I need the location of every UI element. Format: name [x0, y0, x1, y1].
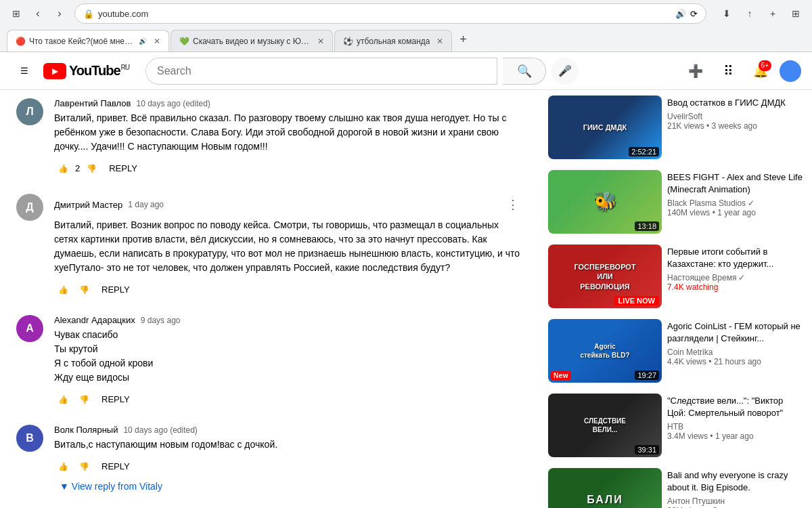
comment-actions: 👍 👎 REPLY: [54, 457, 524, 475]
verified-icon: ✓: [748, 198, 754, 208]
tab-football[interactable]: ⚽ утбольная команда ✕: [334, 30, 452, 51]
duration-badge: 39:31: [635, 445, 659, 454]
yt-search-box: [145, 58, 497, 85]
search-icon: 🔍: [517, 64, 532, 79]
tab-close-sf[interactable]: ✕: [317, 37, 324, 46]
share-btn[interactable]: ↑: [740, 4, 759, 23]
sidebar-video-title: BEES FIGHT - Alex and Steve Life (Minecr…: [667, 171, 804, 196]
reply-button[interactable]: REPLY: [96, 390, 135, 408]
reply-button[interactable]: REPLY: [96, 280, 135, 299]
create-video-button[interactable]: ➕: [682, 58, 709, 85]
user-avatar[interactable]: [780, 60, 801, 82]
reply-button[interactable]: REPLY: [104, 159, 143, 177]
mic-icon: 🎤: [558, 64, 572, 77]
nav-back-btn[interactable]: ‹: [28, 4, 47, 23]
sidebar-meta: 140M views • 1 year ago: [667, 208, 804, 217]
tab-title-yt: Что такое Кейс?(моё мнение). - YouTube: [29, 37, 135, 46]
tab-audio-yt: 🔊: [139, 37, 147, 45]
comment-body: Alexandr Адарацких 9 days ago Чувак спас…: [54, 315, 524, 408]
sidebar-video-title: Ввод остатков в ГИИС ДМДК: [667, 97, 804, 109]
dislike-button[interactable]: 👎: [75, 282, 93, 297]
tab-favicon-sf: 💚: [179, 37, 189, 46]
sidebar-channel: Антон Птушкин: [667, 496, 804, 506]
new-tab-icon-btn[interactable]: +: [453, 30, 472, 49]
comment-header: Лаврентий Павлов 10 days ago (edited): [54, 98, 524, 108]
sidebar-video-minecraft[interactable]: 🐝 13:18 BEES FIGHT - Alex and Steve Life…: [548, 165, 804, 239]
yt-search-area: 🔍 🎤: [145, 58, 579, 85]
comment-body: Дмитрий Мастер 1 day ago ⋮ Виталий, прив…: [54, 194, 524, 299]
yt-main: Л Лаврентий Павлов 10 days ago (edited) …: [0, 90, 812, 508]
sidebar-video-bali[interactable]: БАЛИ 1:02:15 Bali and why everyone is cr…: [548, 463, 804, 508]
dislike-button[interactable]: 👎: [83, 161, 101, 176]
search-input[interactable]: [146, 65, 497, 77]
apps-button[interactable]: ⠿: [715, 58, 742, 85]
yt-logo-area: ☰ YouTubeRU: [11, 58, 129, 85]
search-button[interactable]: 🔍: [503, 58, 546, 85]
sidebar-video-title: Agoric CoinList - ГЕМ который не разгляд…: [667, 320, 804, 345]
sidebar-channel: Coin Metrika: [667, 347, 804, 357]
avatar: A: [16, 315, 43, 342]
thumb-text: Agoricстейкать BLD?: [577, 339, 632, 362]
comment-text: Виталий, привет. Всё правильно сказал. П…: [54, 111, 524, 154]
comment-body: Лаврентий Павлов 10 days ago (edited) Ви…: [54, 98, 524, 177]
comment-time: 10 days ago (edited): [123, 425, 197, 435]
view-reply-button[interactable]: ▼ View reply from Vitaly: [54, 478, 168, 494]
sidebar-video-info: "Следствие вели...": "Виктор Цой: Смерте…: [667, 394, 804, 457]
comment-time: 9 days ago: [141, 316, 181, 325]
address-url: youtube.com: [98, 9, 669, 19]
yt-menu-button[interactable]: ☰: [11, 58, 38, 85]
sidebar-video-info: BEES FIGHT - Alex and Steve Life (Minecr…: [667, 170, 804, 234]
tab-favicon-yt: 🔴: [16, 37, 25, 46]
duration-badge: 13:18: [635, 221, 659, 231]
notifications-button[interactable]: 🔔 6+: [747, 58, 774, 85]
sidebar-video-title: Bali and why everyone is crazy about it.…: [667, 469, 804, 494]
comment-time: 10 days ago (edited): [136, 99, 210, 108]
sync-icon: ⟳: [690, 9, 698, 19]
sidebar-video-info: Ввод остатков в ГИИС ДМДК UvelirSoft 21K…: [667, 96, 804, 159]
comment-author: Волк Полярный: [54, 425, 118, 435]
nav-forward-btn[interactable]: ›: [50, 4, 69, 23]
avatar: Л: [16, 98, 43, 125]
comment-more-button[interactable]: ⋮: [502, 194, 524, 215]
new-tab-btn[interactable]: +: [763, 4, 782, 23]
like-button[interactable]: 👍: [54, 392, 72, 407]
sidebar-video-kazakh[interactable]: ГОСПЕРЕВОРОТИЛИ РЕВОЛЮЦИЯ LIVE NOW Первы…: [548, 239, 804, 314]
download-btn[interactable]: ⬇: [717, 4, 736, 23]
sidebar-toggle-btn[interactable]: ⊞: [7, 4, 26, 23]
thumb-text: БАЛИ: [584, 490, 625, 508]
comments-section[interactable]: Л Лаврентий Павлов 10 days ago (edited) …: [0, 90, 540, 508]
tab-youtube[interactable]: 🔴 Что такое Кейс?(моё мнение). - YouTube…: [7, 30, 169, 51]
sidebar-thumbnail: 🐝 13:18: [548, 170, 662, 234]
comment-header: Alexandr Адарацких 9 days ago: [54, 315, 524, 325]
yt-logo[interactable]: YouTubeRU: [43, 63, 129, 79]
avatar: Д: [16, 194, 43, 221]
sidebar-meta: 3.4M views • 1 year ago: [667, 431, 804, 441]
tab-title-ft: утбольная команда: [357, 37, 430, 46]
tab-close-yt[interactable]: ✕: [154, 37, 160, 46]
sidebar-thumbnail: ГИИС ДМДК 2:52:21: [548, 96, 662, 159]
sidebar-thumbnail: Agoricстейкать BLD? 19:27 New: [548, 319, 662, 383]
sidebar-meta: 4.4K views • 21 hours ago: [667, 357, 804, 366]
dislike-button[interactable]: 👎: [75, 459, 93, 474]
like-button[interactable]: 👍: [54, 459, 72, 474]
tab-savefrom[interactable]: 💚 Скачать видео и музыку с Ютуба бесплат…: [171, 30, 333, 51]
sidebar-video-info: Первые итоги событий в Казахстане: кто у…: [667, 245, 804, 308]
sidebar-meta: 7.4K watching: [667, 282, 804, 292]
sidebar-video-giis[interactable]: ГИИС ДМДК 2:52:21 Ввод остатков в ГИИС Д…: [548, 90, 804, 165]
sidebar-channel: Black Plasma Studios ✓: [667, 198, 804, 208]
like-button[interactable]: 👍: [54, 282, 72, 297]
tab-close-ft[interactable]: ✕: [436, 37, 443, 46]
extensions-btn[interactable]: ⊞: [786, 4, 805, 23]
sidebar-video-sledstvie[interactable]: СЛЕДСТВИЕВЕЛИ... 39:31 "Следствие вели..…: [548, 388, 804, 463]
dislike-button[interactable]: 👎: [75, 392, 93, 407]
thumb-text: 🐝: [591, 187, 620, 217]
sidebar-video-agoric[interactable]: Agoricстейкать BLD? 19:27 New Agoric Coi…: [548, 314, 804, 388]
mic-button[interactable]: 🎤: [551, 58, 579, 85]
create-icon: ➕: [688, 64, 703, 79]
like-button[interactable]: 👍: [54, 161, 72, 176]
browser-nav-buttons: ⊞ ‹ ›: [7, 4, 69, 23]
sidebar: ГИИС ДМДК 2:52:21 Ввод остатков в ГИИС Д…: [540, 90, 812, 508]
reply-button[interactable]: REPLY: [96, 457, 135, 475]
duration-badge: 19:27: [635, 371, 659, 380]
sidebar-video-title: Первые итоги событий в Казахстане: кто у…: [667, 246, 804, 270]
